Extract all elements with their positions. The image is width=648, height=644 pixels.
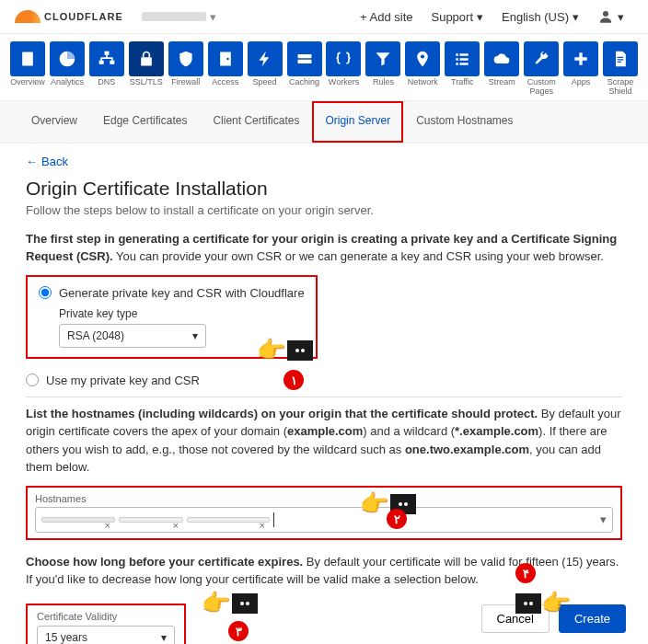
nav-scrape-shield[interactable]: Scrape Shield (602, 41, 639, 97)
language-menu[interactable]: English (US) ▾ (502, 10, 579, 24)
site-name-redacted (142, 12, 206, 21)
svg-rect-5 (141, 57, 152, 65)
account-menu[interactable]: ▾ (597, 7, 624, 26)
hostnames-label: Hostnames (35, 493, 613, 504)
nav-stream[interactable]: Stream (483, 41, 520, 97)
annotation-pointer-1: 👈 (258, 336, 313, 364)
wrench-icon (524, 41, 559, 76)
nav-network[interactable]: Network (404, 41, 441, 97)
radio-input[interactable] (39, 286, 52, 299)
doc-icon (603, 41, 638, 76)
nav-label: Workers (329, 78, 359, 87)
nav-label: SSL/TLS (130, 78, 163, 87)
nav-custom-pages[interactable]: Custom Pages (523, 41, 560, 97)
site-selector[interactable]: ▾ (142, 10, 216, 24)
annotation-badge-4: ۴ (515, 563, 536, 583)
tab-custom-hostnames[interactable]: Custom Hostnames (403, 101, 526, 143)
validity-group: Certificate Validity 15 years ▾ (26, 604, 186, 644)
shield-icon (168, 41, 203, 76)
hostnames-group: Hostnames ▾ (26, 486, 622, 540)
nav-traffic[interactable]: Traffic (444, 41, 480, 97)
step2-text: List the hostnames (including wildcards)… (26, 405, 622, 477)
svg-rect-8 (297, 54, 311, 58)
step1-text: The first step in generating a certifica… (26, 230, 622, 266)
nav-workers[interactable]: Workers (326, 41, 363, 97)
select-value: RSA (2048) (67, 329, 124, 342)
nav-label: Caching (289, 78, 319, 87)
private-key-type-select[interactable]: RSA (2048) ▾ (59, 324, 206, 348)
tab-client-certificates[interactable]: Client Certificates (200, 101, 312, 143)
support-menu[interactable]: Support ▾ (431, 10, 483, 24)
nav-label: Analytics (51, 78, 84, 87)
tab-edge-certificates[interactable]: Edge Certificates (90, 101, 200, 143)
nav-speed[interactable]: Speed (247, 41, 284, 97)
hostname-chip[interactable] (119, 517, 183, 523)
nav-label: Network (408, 78, 438, 87)
svg-rect-2 (104, 52, 109, 55)
nav-access[interactable]: Access (207, 41, 244, 97)
divider (26, 397, 622, 397)
brand-text: CLOUDFLARE (44, 11, 123, 22)
annotation-badge-1: ۱ (284, 370, 304, 390)
back-link[interactable]: ← Back (26, 155, 68, 168)
hostnames-input[interactable]: ▾ (35, 507, 613, 533)
chevron-down-icon: ▾ (161, 631, 167, 644)
main-nav: OverviewAnalyticsDNSSSL/TLSFirewallAcces… (0, 34, 648, 100)
generate-with-cloudflare-radio[interactable]: Generate private key and CSR with Cloudf… (39, 286, 305, 300)
tab-origin-server[interactable]: Origin Server (312, 101, 403, 143)
select-value: 15 years (45, 631, 87, 644)
annotation-pointer-3: 👈 (202, 589, 258, 617)
plus-icon (563, 41, 598, 76)
nav-caching[interactable]: Caching (286, 41, 323, 97)
radio-label: Use my private key and CSR (46, 374, 200, 387)
svg-point-0 (603, 11, 608, 17)
annotation-badge-3: ۳ (228, 621, 249, 641)
top-header: CLOUDFLARE ▾ + Add site Support ▾ Englis… (0, 0, 648, 34)
door-icon (208, 41, 243, 76)
svg-rect-9 (297, 60, 311, 63)
lock-icon (129, 41, 164, 76)
nav-label: Rules (373, 78, 394, 87)
nav-label: Traffic (451, 78, 474, 87)
pie-icon (50, 41, 85, 76)
cloud-icon (484, 41, 519, 76)
annotation-pointer-4: 👉 (515, 589, 571, 617)
use-own-key-radio[interactable]: Use my private key and CSR (26, 374, 622, 387)
tab-overview[interactable]: Overview (18, 101, 90, 143)
nav-rules[interactable]: Rules (364, 41, 401, 97)
nav-dns[interactable]: DNS (88, 41, 125, 97)
nav-label: Access (212, 78, 238, 87)
bolt-icon (248, 41, 283, 76)
nav-overview[interactable]: Overview (9, 41, 46, 97)
nav-ssl-tls[interactable]: SSL/TLS (128, 41, 165, 97)
svg-rect-1 (22, 52, 33, 66)
nav-apps[interactable]: Apps (562, 41, 599, 97)
radio-label: Generate private key and CSR with Cloudf… (59, 286, 305, 300)
add-site-link[interactable]: + Add site (360, 10, 412, 24)
nav-label: Speed (253, 78, 277, 87)
cloud-icon (15, 10, 40, 23)
page-subtitle: Follow the steps below to install a cert… (26, 203, 622, 217)
svg-point-10 (421, 54, 424, 58)
private-key-type-label: Private key type (59, 307, 305, 320)
validity-select[interactable]: 15 years ▾ (37, 626, 175, 644)
subtabs: OverviewEdge CertificatesClient Certific… (0, 100, 648, 144)
chevron-down-icon: ▾ (210, 10, 216, 24)
file-icon (10, 41, 45, 76)
svg-rect-6 (220, 52, 231, 66)
hostname-chip[interactable] (41, 517, 115, 523)
braces-icon (326, 41, 361, 76)
brand-logo[interactable]: CLOUDFLARE (15, 10, 123, 23)
annotation-badge-2: ۲ (387, 509, 407, 529)
page-title: Origin Certificate Installation (26, 178, 622, 200)
radio-circle (26, 374, 39, 386)
chevron-down-icon: ▾ (192, 329, 198, 342)
nav-firewall[interactable]: Firewall (168, 41, 204, 97)
nav-label: Firewall (171, 78, 200, 87)
nav-analytics[interactable]: Analytics (49, 41, 86, 97)
drive-icon (287, 41, 322, 76)
nav-label: Custom Pages (523, 78, 560, 97)
hostname-chip[interactable] (187, 517, 270, 523)
list-icon (445, 41, 480, 76)
tree-icon (89, 41, 124, 76)
